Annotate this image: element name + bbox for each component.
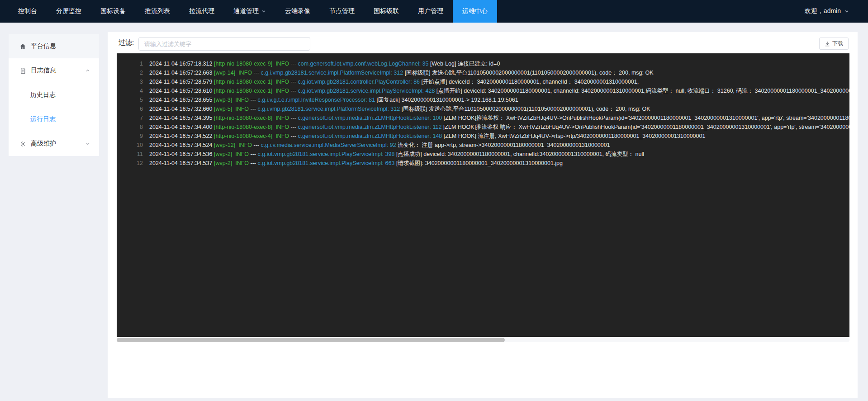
log-timestamp: 2024-11-04 16:57:34.524 [149,142,214,148]
log-line: 92024-11-04 16:57:34.522 [http-nio-18080… [117,132,849,141]
download-button[interactable]: 下载 [819,38,849,50]
horizontal-scrollbar-track[interactable] [117,338,849,342]
log-line-text: 2024-11-04 16:57:22.663 [wvp-14] INFO --… [149,68,849,77]
sidebar-item-2[interactable]: 日志信息 [9,58,99,83]
log-line-number: 4 [117,86,143,95]
log-message: [点播开始] deviceId: 34020000001180000001, c… [435,88,849,94]
nav-item-2[interactable]: 分屏监控 [47,0,91,23]
log-logger-class: c.g.i.vmp.gb28181.service.impl.PlatformS… [261,70,403,76]
nav-item-label: 云端录像 [285,7,310,15]
filter-input[interactable] [138,37,310,51]
nav-item-7[interactable]: 云端录像 [275,0,320,23]
log-timestamp: 2024-11-04 16:57:32.660 [149,106,214,112]
nav-item-1[interactable]: 控制台 [9,0,47,23]
log-separator: --- [289,61,298,67]
log-thread: [http-nio-18080-exec-4] INFO [214,133,289,139]
nav-item-11[interactable]: 运维中心 [453,0,497,23]
nav-item-6[interactable]: 通道管理 [224,0,275,23]
log-separator: --- [249,160,257,166]
log-message: [回复ack] 34020000001310000001-> 192.168.1… [375,97,518,103]
log-line: 62024-11-04 16:57:32.660 [wvp-5] INFO --… [117,104,849,113]
log-line: 122024-11-04 16:57:34.537 [wvp-2] INFO -… [117,159,849,168]
sidebar-item-4[interactable]: 运行日志 [9,107,99,132]
log-line: 112024-11-04 16:57:34.536 [wvp-2] INFO -… [117,150,849,159]
log-message: [开始点播] deviceId： 34020000001180000001, c… [420,79,639,85]
nav-item-label: 运维中心 [462,7,488,15]
log-separator: --- [289,133,298,139]
sidebar-item-1[interactable]: 平台信息 [9,34,99,58]
log-separator: --- [249,151,257,157]
sidebar-item-label: 平台信息 [31,42,56,50]
log-logger-class: c.g.iot.vmp.gb28181.service.impl.PlaySer… [298,88,435,94]
log-line: 102024-11-04 16:57:34.524 [wvp-12] INFO … [117,141,849,150]
log-line-number: 1 [117,59,143,68]
log-separator: --- [252,70,261,76]
log-separator: --- [289,124,298,130]
nav-item-8[interactable]: 节点管理 [320,0,364,23]
log-line-number: 8 [117,123,143,132]
log-timestamp: 2024-11-04 16:57:28.610 [149,88,214,94]
log-timestamp: 2024-11-04 16:57:28.655 [149,97,214,103]
log-separator: --- [289,115,298,121]
nav-item-3[interactable]: 国标设备 [91,0,135,23]
log-line-text: 2024-11-04 16:57:28.655 [wvp-3] INFO ---… [149,95,849,104]
nav-item-label: 通道管理 [233,7,259,15]
log-line-number: 10 [117,141,143,150]
log-logger-class: c.g.i.v.g.t.e.r.impl.InviteResponseProce… [257,97,375,103]
download-icon [825,41,830,47]
log-line: 32024-11-04 16:57:28.579 [http-nio-18080… [117,77,849,86]
log-line-number: 2 [117,68,143,77]
log-thread: [http-nio-18080-exec-9] INFO [214,61,289,67]
log-line-number: 5 [117,95,143,104]
log-line-text: 2024-11-04 16:57:34.536 [wvp-2] INFO ---… [149,150,849,159]
nav-item-label: 拉流代理 [189,7,214,15]
sidebar-item-label: 日志信息 [31,66,56,75]
log-timestamp: 2024-11-04 16:57:34.536 [149,151,214,157]
log-line-text: 2024-11-04 16:57:28.610 [http-nio-18080-… [149,86,849,95]
log-line-text: 2024-11-04 16:57:34.522 [http-nio-18080-… [149,132,849,141]
log-separator: --- [252,142,261,148]
log-console[interactable]: 12024-11-04 16:57:18.312 [http-nio-18080… [117,53,849,337]
log-thread: [wvp-5] INFO [214,106,249,112]
log-timestamp: 2024-11-04 16:57:28.579 [149,79,214,85]
log-line-number: 9 [117,132,143,141]
log-line-number: 12 [117,159,143,168]
log-separator: --- [249,97,257,103]
horizontal-scrollbar-thumb[interactable] [117,338,505,342]
log-thread: [wvp-14] INFO [214,70,252,76]
log-logger-class: com.genersoft.iot.vmp.conf.webLog.LogCha… [298,61,428,67]
log-logger-class: c.g.i.vmp.gb28181.service.impl.PlatformS… [257,106,400,112]
log-logger-class: c.g.iot.vmp.gb28181.service.impl.PlaySer… [257,160,394,166]
log-line-number: 3 [117,77,143,86]
log-thread: [wvp-12] INFO [214,142,252,148]
log-separator: --- [289,88,298,94]
nav-item-4[interactable]: 推流列表 [135,0,180,23]
log-timestamp: 2024-11-04 16:57:34.537 [149,160,214,166]
nav-item-9[interactable]: 国标级联 [364,0,408,23]
log-timestamp: 2024-11-04 16:57:34.400 [149,124,214,130]
nav-item-10[interactable]: 用户管理 [408,0,453,23]
log-line-text: 2024-11-04 16:57:28.579 [http-nio-18080-… [149,77,849,86]
log-timestamp: 2024-11-04 16:57:34.395 [149,115,214,121]
log-line: 12024-11-04 16:57:18.312 [http-nio-18080… [117,59,849,68]
log-logger-class: c.genersoft.iot.vmp.media.zlm.ZLMHttpHoo… [298,115,442,121]
log-logger-class: c.genersoft.iot.vmp.media.zlm.ZLMHttpHoo… [298,124,441,130]
log-timestamp: 2024-11-04 16:57:18.312 [149,61,214,67]
sidebar-item-5[interactable]: 高级维护 [9,132,99,156]
log-line-number: 7 [117,113,143,123]
user-menu[interactable]: 欢迎，admin [805,0,868,23]
sidebar-item-3[interactable]: 历史日志 [9,83,99,107]
chevron-up-icon [85,68,90,73]
log-timestamp: 2024-11-04 16:57:22.663 [149,70,214,76]
main-content: 过滤: 下载 12024-11-04 16:57:18.312 [http-ni… [108,32,858,398]
log-line-text: 2024-11-04 16:57:34.524 [wvp-12] INFO --… [149,141,849,150]
log-line: 72024-11-04 16:57:34.395 [http-nio-18080… [117,113,849,123]
top-navigation-bar: 控制台分屏监控国标设备推流列表拉流代理通道管理云端录像节点管理国标级联用户管理运… [0,0,868,23]
download-button-label: 下载 [832,40,843,47]
log-logger-class: c.g.iot.vmp.gb28181.controller.PlayContr… [298,79,420,85]
document-icon [19,67,26,74]
log-line-text: 2024-11-04 16:57:18.312 [http-nio-18080-… [149,59,849,68]
log-timestamp: 2024-11-04 16:57:34.522 [149,133,214,139]
sidebar-item-label: 高级维护 [31,140,56,148]
nav-item-5[interactable]: 拉流代理 [180,0,224,23]
